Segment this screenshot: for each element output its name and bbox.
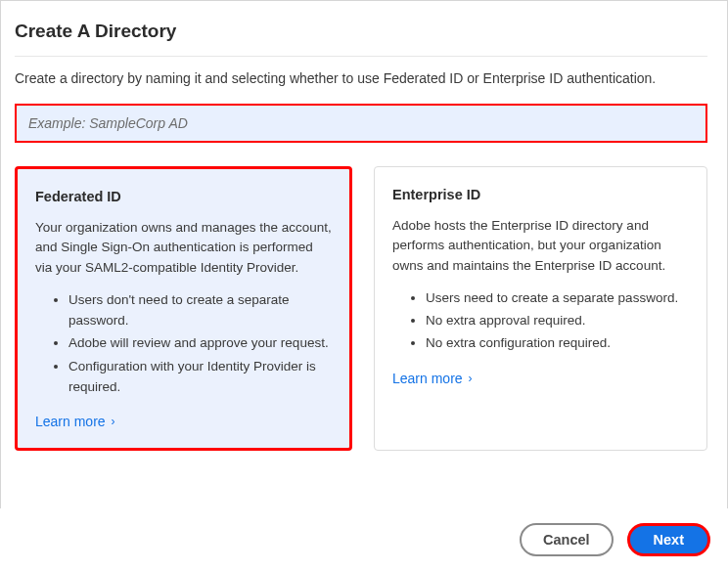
directory-name-input[interactable] bbox=[15, 104, 707, 143]
list-item: Users need to create a separate password… bbox=[426, 287, 689, 308]
federated-card-desc: Your organization owns and manages the a… bbox=[35, 218, 332, 278]
list-item: No extra configuration required. bbox=[426, 332, 689, 353]
dialog-footer: Cancel Next bbox=[0, 508, 728, 571]
federated-bullet-list: Users don't need to create a separate pa… bbox=[35, 289, 332, 398]
list-item: Configuration with your Identity Provide… bbox=[68, 356, 332, 398]
learn-more-label: Learn more bbox=[35, 414, 106, 429]
list-item: Users don't need to create a separate pa… bbox=[68, 289, 332, 331]
enterprise-learn-more-link[interactable]: Learn more › bbox=[392, 371, 473, 386]
list-item: No extra approval required. bbox=[426, 310, 689, 330]
page-title: Create A Directory bbox=[15, 21, 707, 57]
chevron-right-icon: › bbox=[112, 416, 115, 427]
enterprise-id-card[interactable]: Enterprise ID Adobe hosts the Enterprise… bbox=[374, 166, 707, 451]
next-button[interactable]: Next bbox=[627, 523, 710, 556]
enterprise-bullet-list: Users need to create a separate password… bbox=[392, 287, 689, 354]
learn-more-label: Learn more bbox=[392, 371, 463, 386]
federated-learn-more-link[interactable]: Learn more › bbox=[35, 414, 115, 429]
federated-id-card[interactable]: Federated ID Your organization owns and … bbox=[15, 166, 352, 451]
id-type-cards: Federated ID Your organization owns and … bbox=[15, 166, 707, 451]
chevron-right-icon: › bbox=[469, 373, 473, 384]
enterprise-card-title: Enterprise ID bbox=[392, 187, 689, 202]
list-item: Adobe will review and approve your reque… bbox=[68, 332, 332, 353]
federated-card-title: Federated ID bbox=[35, 189, 332, 204]
enterprise-card-desc: Adobe hosts the Enterprise ID directory … bbox=[392, 216, 689, 276]
page-subtitle: Create a directory by naming it and sele… bbox=[15, 70, 707, 86]
cancel-button[interactable]: Cancel bbox=[520, 523, 614, 556]
